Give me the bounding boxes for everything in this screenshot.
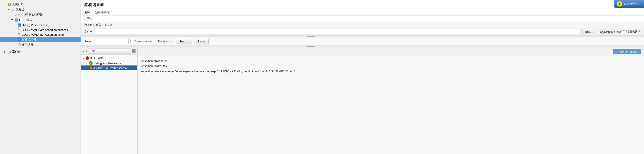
spacer-3 [14, 28, 16, 32]
assertion-line-2: Assertion failure: true [141, 64, 640, 69]
browse-button[interactable]: 浏览... [582, 29, 596, 34]
search-label: Search: [84, 40, 94, 43]
sidebar-label-thread-group: 线程组 [16, 8, 24, 11]
broom-icon: 🧹 [8, 2, 11, 6]
sidebar: 🧹 测试计划 ⚙ 线程组 ⚙ HTTP信息头管理器 HTTP请求 D Debug… [0, 0, 81, 154]
search-icon-2 [18, 33, 21, 36]
all-data-label: 所有数据写入一个文件 [84, 23, 113, 27]
dropdown-expand-btn[interactable]: ▼ [132, 49, 136, 53]
svg-point-8 [18, 33, 20, 35]
content-area: ▲ ▼ Text ▼ ▼ ✕ HTTP请求 ▶ ✓ Debug Pos [81, 47, 644, 154]
sidebar-item-debug[interactable]: D Debug PostProcessor [0, 23, 80, 27]
success-icon: ✓ [89, 61, 92, 65]
log-checkbox[interactable] [622, 30, 625, 33]
sidebar-item-workbench[interactable]: 🖥 工作台 [0, 49, 80, 54]
assertion-header: Assertion result [138, 47, 644, 56]
sidebar-item-thread-group[interactable]: ⚙ 线程组 [0, 7, 80, 12]
search-input[interactable] [96, 39, 128, 44]
comment-label: 注释： [84, 17, 95, 21]
notification-icon-text: ★ [618, 2, 621, 6]
scroll-thumb-2 [306, 46, 315, 47]
triangle-right-icon [4, 50, 7, 54]
tree-panel: ▲ ▼ Text ▼ ▼ ✕ HTTP请求 ▶ ✓ Debug Pos [81, 47, 138, 154]
arrow-icon [15, 18, 18, 22]
result-item-http-request[interactable]: ▼ ✕ HTTP请求 [81, 56, 137, 61]
result-label-debug: Debug PostProcessor [94, 62, 121, 65]
assertion-panel: Assertion result Assertion error: false … [138, 47, 644, 154]
scroll-indicator-mid [81, 45, 644, 47]
file-row: 文件名 浏览... Log/Display Only: 仅日志错误 [81, 28, 644, 36]
svg-line-9 [20, 35, 20, 36]
triangle-icon-2 [7, 8, 10, 11]
spacer-4 [14, 33, 16, 36]
debug-icon: D [18, 23, 21, 27]
sidebar-label-json-success: JSON/YAML Path Assertion-success [22, 28, 68, 32]
filename-input[interactable] [95, 29, 580, 34]
sidebar-item-json-token[interactable]: JSON/YAML Path Assertion-token [0, 32, 80, 37]
search-button[interactable]: Search [176, 39, 192, 44]
name-value: 察看结果树 [95, 10, 109, 14]
name-row: 名称： 察看结果树 [81, 9, 644, 16]
notification-bar: ★ 试今晚安装？ [614, 0, 644, 8]
regular-exp-label: Regular exp. [158, 40, 174, 43]
svg-point-12 [19, 39, 20, 40]
result-label-http-request: HTTP请求 [90, 56, 103, 60]
assert-icon [18, 43, 21, 47]
view-icon [18, 38, 21, 41]
assertion-result-button[interactable]: Assertion result [613, 49, 642, 54]
sidebar-item-json-success[interactable]: JSON/YAML Path Assertion-success [0, 27, 80, 32]
comment-row: 注释： [81, 16, 644, 22]
svg-text:D: D [18, 24, 20, 26]
panel-title: 察看结果树 [81, 0, 644, 9]
sidebar-item-http-request[interactable]: HTTP请求 [0, 17, 80, 23]
sidebar-item-assert-result[interactable]: 断言结果 [0, 42, 80, 47]
notification-text: 试今晚安装？ [624, 2, 641, 6]
spacer-6 [14, 43, 16, 47]
all-data-section: 所有数据写入一个文件 [81, 22, 644, 28]
scroll-thumb [306, 36, 315, 37]
result-label-json-yaml: JSON/YAML Path Assertio... [94, 66, 129, 70]
svg-line-7 [20, 30, 20, 31]
sidebar-label-http-header: HTTP信息头管理器 [18, 13, 43, 17]
scroll-indicator-top [81, 36, 644, 37]
sidebar-item-http-header[interactable]: ⚙ HTTP信息头管理器 [0, 12, 80, 17]
sidebar-label-http-request: HTTP请求 [19, 18, 32, 22]
assertion-line-1: Assertion error: false [141, 59, 640, 64]
svg-point-6 [18, 29, 20, 30]
triangle-icon-3 [10, 18, 14, 22]
search-icon [18, 28, 21, 32]
spacer-5 [14, 38, 16, 41]
assertion-content: Assertion error: false Assertion failure… [138, 56, 644, 154]
error-icon: ✕ [86, 56, 89, 60]
regular-exp-checkbox[interactable] [154, 40, 157, 43]
case-sensitive-checkbox[interactable] [130, 40, 133, 43]
case-sensitive-label: Case sensitive [134, 40, 152, 43]
search-bar: Search: Case sensitive Regular exp. Sear… [81, 37, 644, 45]
collapse-up-icon[interactable]: ▲ [82, 50, 85, 52]
assertion-line-3: Assertion failure message: Value expecte… [141, 69, 640, 74]
gear-icon: ⚙ [11, 8, 15, 11]
notification-icon: ★ [617, 1, 622, 6]
sidebar-label-assert-result: 断言结果 [22, 43, 33, 47]
sidebar-item-view-result-tree[interactable]: 察看结果树 [0, 37, 80, 42]
gear-icon-2: ⚙ [14, 13, 18, 16]
sidebar-label-test-plan: 测试计划 [12, 2, 24, 6]
result-item-json-yaml[interactable]: ▶ ✕ JSON/YAML Path Assertio... [81, 66, 137, 70]
filename-label: 文件名 [84, 30, 95, 34]
spacer-2 [14, 23, 16, 27]
case-sensitive-group: Case sensitive [130, 40, 152, 43]
triangle-icon [4, 2, 7, 6]
spacer-1 [10, 13, 13, 16]
tree-content: ▼ ✕ HTTP请求 ▶ ✓ Debug PostProcessor ▶ ✕ J… [81, 55, 137, 154]
log-section: Log/Display Only: 仅日志错误 [598, 30, 640, 34]
log-display-label: Log/Display Only: [598, 30, 621, 33]
panel-title-text: 察看结果树 [84, 2, 104, 7]
collapse-down-icon[interactable]: ▼ [86, 50, 88, 52]
sidebar-label-debug: Debug PostProcessor [22, 23, 49, 27]
sidebar-item-test-plan[interactable]: 🧹 测试计划 [0, 2, 80, 7]
reset-button[interactable]: Reset [194, 39, 209, 44]
result-item-debug[interactable]: ▶ ✓ Debug PostProcessor [81, 61, 137, 66]
svg-text:🧹: 🧹 [8, 3, 11, 6]
view-dropdown[interactable]: Text [89, 48, 131, 54]
workbench-icon: 🖥 [8, 50, 11, 54]
